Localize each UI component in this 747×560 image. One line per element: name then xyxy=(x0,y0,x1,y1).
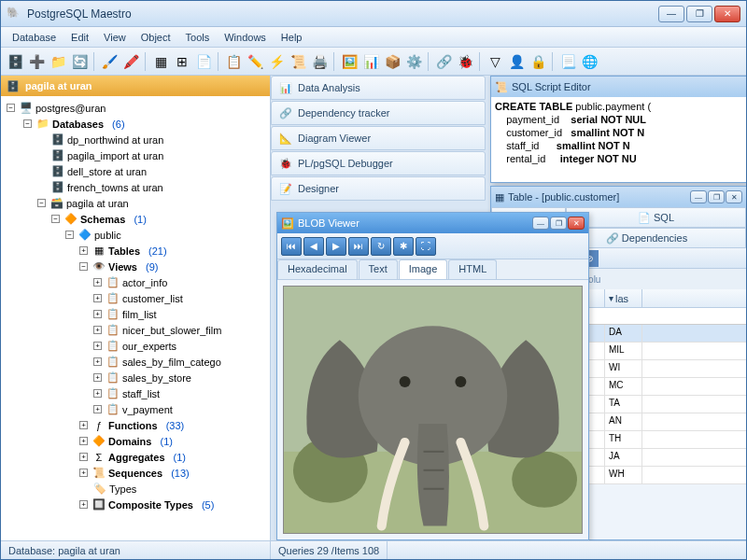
tree-view-item[interactable]: +📋nicer_but_slower_film xyxy=(3,322,268,338)
object-tree[interactable]: −🖥️postgres@uran −📁Databases (6) 🗄️dp_no… xyxy=(1,96,270,540)
tree-view-item[interactable]: +📋film_list xyxy=(3,306,268,322)
collapse-icon[interactable]: − xyxy=(79,262,88,271)
tree-domains[interactable]: +🔶Domains (1) xyxy=(3,433,268,449)
tb-sheet-icon[interactable]: 📃 xyxy=(557,51,578,72)
expand-icon[interactable]: + xyxy=(79,246,88,255)
tree-db-item[interactable]: 🗄️dp_northwind at uran xyxy=(3,132,268,147)
menu-object[interactable]: Object xyxy=(134,29,178,46)
tab-dependency[interactable]: 🔗Dependency tracker xyxy=(271,101,486,125)
tree-db-item[interactable]: 🗄️dell_store at uran xyxy=(3,163,268,179)
maximize-button[interactable]: ❐ xyxy=(708,190,725,203)
tb-chart-icon[interactable]: 📊 xyxy=(360,51,381,72)
tb-link-icon[interactable]: 🔗 xyxy=(433,51,454,72)
minimize-button[interactable]: — xyxy=(690,190,707,203)
tb-edit-icon[interactable]: ✏️ xyxy=(245,51,265,72)
tb-bug-icon[interactable]: 🐞 xyxy=(455,51,475,72)
expand-icon[interactable]: + xyxy=(93,326,102,334)
sql-editor-window[interactable]: 📜 SQL Script Editor CREATE TABLE public.… xyxy=(490,76,746,183)
tree-view-item[interactable]: +📋actor_info xyxy=(3,274,268,290)
menu-windows[interactable]: Windows xyxy=(217,29,274,46)
collapse-icon[interactable]: − xyxy=(37,199,46,207)
nav-prev-icon[interactable]: ◀ xyxy=(303,237,324,256)
expand-icon[interactable]: + xyxy=(93,373,102,382)
maximize-button[interactable]: ❐ xyxy=(550,217,567,230)
tree-composite[interactable]: +🔲Composite Types (5) xyxy=(3,497,268,512)
tab-debugger[interactable]: 🐞PL/pgSQL Debugger xyxy=(271,151,486,175)
tb-scroll-icon[interactable]: 📜 xyxy=(288,51,308,72)
expand-icon[interactable]: + xyxy=(93,294,102,302)
tab-text[interactable]: Text xyxy=(359,259,398,279)
blob-image-viewport[interactable] xyxy=(283,286,583,534)
menu-tools[interactable]: Tools xyxy=(178,29,218,46)
maximize-button[interactable]: ❐ xyxy=(686,6,712,22)
nav-next-icon[interactable]: ▶ xyxy=(326,237,346,256)
expand-icon[interactable]: + xyxy=(93,357,102,366)
tab-diagram[interactable]: 📐Diagram Viewer xyxy=(271,126,486,150)
expand-icon[interactable]: + xyxy=(79,500,88,509)
tree-views[interactable]: −👁️Views (9) xyxy=(3,259,268,274)
sql-content[interactable]: CREATE TABLE public.payment ( payment_id… xyxy=(491,97,746,182)
tab-designer[interactable]: 📝Designer xyxy=(271,176,486,201)
tb-user-icon[interactable]: 👤 xyxy=(506,51,527,72)
tree-view-item[interactable]: +📋staff_list xyxy=(3,385,268,401)
tree-db-item[interactable]: −🗃️pagila at uran xyxy=(3,195,268,211)
collapse-icon[interactable]: − xyxy=(65,231,74,239)
tb-gear-icon[interactable]: ⚙️ xyxy=(403,51,424,72)
close-button[interactable]: ✕ xyxy=(714,6,740,22)
tab-sql[interactable]: 📄SQL xyxy=(566,207,746,228)
tb-page-icon[interactable]: 📄 xyxy=(193,51,214,72)
expand-icon[interactable]: + xyxy=(79,437,88,445)
tree-root[interactable]: −🖥️postgres@uran xyxy=(3,100,268,116)
tree-view-item[interactable]: +📋sales_by_film_catego xyxy=(3,354,268,370)
tb-table-icon[interactable]: ▦ xyxy=(150,51,171,72)
tree-aggregates[interactable]: +ΣAggregates (1) xyxy=(3,449,268,465)
expand-icon[interactable]: + xyxy=(93,310,102,318)
tree-schemas[interactable]: −🔶Schemas (1) xyxy=(3,211,268,227)
tb-grid-icon[interactable]: ⊞ xyxy=(172,51,192,72)
tb-globe-icon[interactable]: 🌐 xyxy=(579,51,599,72)
collapse-icon[interactable]: − xyxy=(7,104,15,112)
collapse-icon[interactable]: − xyxy=(51,215,60,223)
col-lastname[interactable]: ▾las xyxy=(605,289,642,307)
nav-first-icon[interactable]: ⏮ xyxy=(281,237,302,256)
menu-database[interactable]: Database xyxy=(5,29,63,46)
tree-db-item[interactable]: 🗄️french_towns at uran xyxy=(3,179,268,195)
tree-tables[interactable]: +▦Tables (21) xyxy=(3,243,268,259)
tree-sequences[interactable]: +📜Sequences (13) xyxy=(3,465,268,481)
blob-titlebar[interactable]: 🖼️ BLOB Viewer — ❐ ✕ xyxy=(277,213,588,233)
tb-refresh-icon[interactable]: 🔄 xyxy=(69,51,90,72)
expand-icon[interactable]: + xyxy=(79,453,88,461)
tree-view-item[interactable]: +📋v_payment xyxy=(3,401,268,417)
tab-image[interactable]: Image xyxy=(399,259,448,279)
tree-view-item[interactable]: +📋our_experts xyxy=(3,338,268,354)
tab-hex[interactable]: Hexadecimal xyxy=(277,259,358,279)
tb-db-icon[interactable]: 📁 xyxy=(48,51,68,72)
expand-icon[interactable]: + xyxy=(79,469,88,477)
tb-print-icon[interactable]: 🖨️ xyxy=(309,51,330,72)
tb-run-icon[interactable]: ⚡ xyxy=(266,51,287,72)
blob-viewer-window[interactable]: 🖼️ BLOB Viewer — ❐ ✕ ⏮ ◀ ▶ ⏭ ↻ ✱ ⛶ xyxy=(276,212,589,540)
nav-star-icon[interactable]: ✱ xyxy=(393,237,414,256)
expand-icon[interactable]: + xyxy=(93,278,102,287)
table-titlebar[interactable]: ▦ Table - [public.customer] — ❐ ✕ xyxy=(491,187,746,207)
tb-filter-icon[interactable]: ▽ xyxy=(485,51,505,72)
tree-databases[interactable]: −📁Databases (6) xyxy=(3,116,268,132)
tb-lock-icon[interactable]: 🔒 xyxy=(528,51,548,72)
tree-db-item[interactable]: 🗄️pagila_import at uran xyxy=(3,147,268,163)
tb-brush-icon[interactable]: 🖌️ xyxy=(99,51,120,72)
tb-brush2-icon[interactable]: 🖍️ xyxy=(120,51,141,72)
tb-cube-icon[interactable]: 📦 xyxy=(382,51,402,72)
menu-view[interactable]: View xyxy=(96,29,134,46)
nav-fit-icon[interactable]: ⛶ xyxy=(416,237,436,256)
tree-functions[interactable]: +ƒFunctions (33) xyxy=(3,417,268,433)
expand-icon[interactable]: + xyxy=(93,389,102,398)
tab-data-analysis[interactable]: 📊Data Analysis xyxy=(271,76,486,100)
menu-help[interactable]: Help xyxy=(274,29,310,46)
close-button[interactable]: ✕ xyxy=(568,217,585,230)
tb-add-icon[interactable]: ➕ xyxy=(26,51,47,72)
tree-types[interactable]: 🏷️Types xyxy=(3,481,268,497)
tree-view-item[interactable]: +📋customer_list xyxy=(3,290,268,306)
minimize-button[interactable]: — xyxy=(532,217,549,230)
tab-html[interactable]: HTML xyxy=(448,259,497,279)
expand-icon[interactable]: + xyxy=(79,421,88,429)
